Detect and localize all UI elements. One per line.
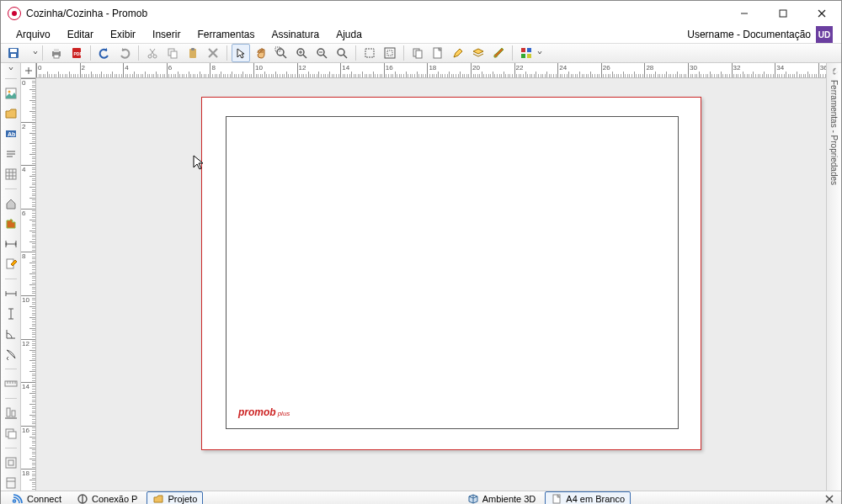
menu-exibir[interactable]: Exibir (104, 27, 142, 42)
print-button[interactable] (47, 44, 66, 62)
cut-button[interactable] (143, 44, 162, 62)
crop-outer-button[interactable] (360, 44, 379, 62)
menu-editar[interactable]: Editar (61, 27, 100, 42)
color-swatches-button[interactable] (517, 44, 536, 62)
svg-rect-10 (54, 55, 59, 58)
pen-tool[interactable] (449, 44, 467, 62)
tab-label: Ambiente 3D (482, 494, 536, 504)
svg-line-24 (283, 55, 286, 58)
page-icon (551, 493, 562, 504)
pointer-tool[interactable] (232, 44, 250, 62)
dim-arc-tool[interactable] (3, 347, 19, 362)
vertical-ruler[interactable]: 024681012141618 (21, 78, 36, 491)
menu-arquivo[interactable]: Arquivo (9, 27, 57, 42)
undo-button[interactable] (95, 44, 114, 62)
page-layout-tool[interactable] (3, 475, 19, 491)
dim-v-tool[interactable] (3, 306, 19, 321)
user-label[interactable]: Username - Documentação (687, 29, 811, 40)
svg-rect-43 (521, 54, 525, 58)
svg-rect-2 (780, 10, 786, 17)
workarea: 024681012141618202224262830323436 024681… (21, 63, 826, 491)
svg-rect-39 (416, 50, 422, 58)
menu-ajuda[interactable]: Ajuda (329, 27, 369, 42)
ruler-h-icon[interactable] (3, 376, 19, 391)
zoom-window-button[interactable] (272, 44, 290, 62)
svg-rect-35 (365, 49, 374, 57)
zoom-out-button[interactable] (312, 44, 331, 62)
paste-button[interactable] (184, 44, 202, 62)
svg-rect-76 (8, 432, 16, 438)
dim-h-tool[interactable] (3, 286, 19, 301)
brush-tool[interactable] (489, 44, 508, 62)
new-page-button[interactable] (429, 44, 447, 62)
maximize-button[interactable] (764, 1, 802, 26)
svg-point-0 (12, 11, 17, 16)
align-tool[interactable] (3, 406, 19, 421)
tab-a4-em-branco[interactable]: A4 em Branco (545, 491, 631, 504)
svg-rect-77 (6, 458, 16, 468)
tab-label: Conexão P (92, 494, 137, 504)
app-icon (8, 7, 21, 20)
svg-rect-52 (6, 169, 16, 179)
tab-close-button[interactable] (823, 492, 836, 504)
svg-line-31 (323, 55, 327, 58)
horizontal-ruler[interactable]: 024681012141618202224262830323436 (36, 63, 826, 78)
pan-tool[interactable] (252, 44, 270, 62)
svg-line-15 (151, 49, 155, 55)
zoom-fit-button[interactable] (333, 44, 351, 62)
jigsaw-icon[interactable] (3, 216, 19, 231)
zoom-in-button[interactable] (292, 44, 311, 62)
brand-sub: plus (278, 410, 290, 417)
tab-ambiente-3d[interactable]: Ambiente 3D (461, 491, 542, 504)
textbox-tool[interactable]: Ab (3, 126, 19, 141)
sidebar-caret-icon[interactable] (8, 66, 13, 72)
page-margin-frame: promobplus (226, 116, 679, 429)
dim-angle-tool[interactable] (3, 326, 19, 342)
plogo-icon (77, 493, 88, 504)
right-panel-collapsed[interactable]: Ferramentas - Propriedades (826, 63, 841, 491)
delete-button[interactable] (204, 44, 222, 62)
ruler-corner[interactable] (21, 63, 36, 78)
text-tool[interactable] (3, 146, 19, 162)
cube-icon (467, 493, 479, 504)
window-title: Cozinha/Cozinha - Promob (26, 8, 147, 19)
tab-conexao-p[interactable]: Conexão P (71, 491, 143, 504)
svg-point-13 (148, 55, 152, 58)
layer-tool[interactable] (3, 426, 19, 441)
grid-tool[interactable] (3, 167, 19, 182)
home-tool[interactable] (3, 196, 19, 211)
redo-button[interactable] (115, 44, 134, 62)
menubar: Arquivo Editar Exibir Inserir Ferramenta… (1, 26, 841, 43)
page[interactable]: promobplus (201, 97, 701, 450)
measure-tool[interactable] (3, 236, 19, 252)
tab-connect[interactable]: Connect (6, 491, 67, 504)
edit-page-tool[interactable] (3, 257, 19, 272)
svg-rect-42 (527, 48, 531, 52)
crop-inner-button[interactable] (381, 44, 399, 62)
minimize-button[interactable] (725, 1, 764, 26)
pages-button[interactable] (408, 44, 427, 62)
svg-rect-18 (171, 51, 177, 58)
frame-tool[interactable] (3, 455, 19, 470)
layers-button[interactable] (469, 44, 488, 62)
tab-projeto[interactable]: Projeto (147, 491, 203, 504)
dropdown-caret-icon[interactable] (33, 49, 38, 57)
copy-button[interactable] (163, 44, 182, 62)
svg-rect-36 (385, 48, 395, 58)
pdf-export-button[interactable]: PDF (67, 44, 86, 62)
dropdown-caret-icon[interactable] (537, 49, 542, 57)
folder-tool[interactable] (3, 106, 19, 121)
rss-icon (12, 493, 24, 504)
image-tool[interactable] (3, 86, 19, 101)
canvas[interactable]: promobplus (36, 78, 826, 491)
brand-logo: promobplus (238, 406, 290, 418)
close-button[interactable] (802, 1, 841, 26)
save-button[interactable] (4, 44, 23, 62)
user-badge[interactable]: UD (816, 26, 833, 43)
svg-rect-9 (54, 49, 59, 52)
svg-point-23 (277, 49, 284, 56)
menu-assinatura[interactable]: Assinatura (264, 27, 326, 42)
bottom-tabs: Connect Conexão P Projeto Ambiente 3D A4… (1, 491, 841, 504)
menu-inserir[interactable]: Inserir (146, 27, 187, 42)
menu-ferramentas[interactable]: Ferramentas (190, 27, 261, 42)
